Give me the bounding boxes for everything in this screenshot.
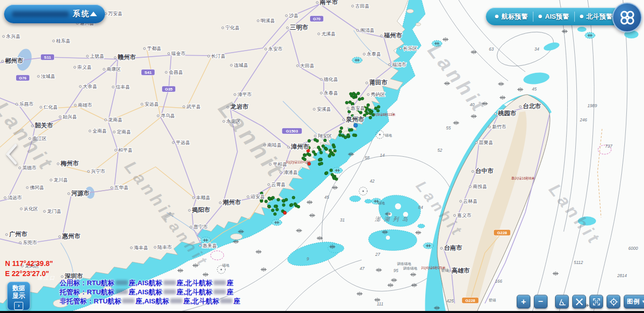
zoom-in-button[interactable]: +	[517, 295, 530, 308]
aton-marker[interactable]	[354, 94, 357, 97]
aton-marker[interactable]	[290, 203, 293, 206]
aton-marker[interactable]	[320, 151, 323, 154]
legend-button[interactable]: 图例 ▼	[624, 295, 644, 308]
road-badge-label: G228	[465, 298, 475, 303]
fullscreen-button[interactable]	[589, 295, 603, 308]
aton-marker[interactable]	[325, 171, 328, 174]
aton-marker[interactable]	[346, 133, 350, 137]
light-characteristic-label: 闪5绿8秒11米	[374, 113, 395, 117]
aton-marker[interactable]	[367, 104, 370, 107]
aton-marker[interactable]	[333, 177, 336, 180]
aton-marker[interactable]	[333, 145, 336, 148]
data-panel-line2: 显示	[8, 292, 30, 300]
aton-marker[interactable]	[308, 140, 311, 143]
city-dot-icon	[59, 116, 61, 118]
buoy-alert-button[interactable]: 航标预警	[490, 12, 533, 22]
aton-marker[interactable]	[374, 107, 377, 110]
aton-marker[interactable]	[276, 208, 279, 211]
aton-marker[interactable]	[366, 107, 369, 110]
aton-marker[interactable]	[332, 153, 335, 156]
aton-marker[interactable]	[369, 116, 372, 119]
city-dot-icon	[363, 53, 365, 55]
beidou-alert-button[interactable]: 北斗预警	[574, 12, 618, 22]
nautical-chart-map[interactable]: ☆ G70S11G76S41G35G1503G228G228 南平市古田县沙县明…	[0, 0, 644, 313]
aton-marker[interactable]	[271, 209, 274, 212]
aton-marker[interactable]	[267, 205, 270, 208]
measure-angle-button[interactable]	[555, 295, 569, 308]
aton-marker[interactable]	[344, 136, 347, 139]
pan-left-button[interactable]	[4, 143, 18, 168]
city-dot-icon	[61, 276, 63, 278]
city-dot-icon	[286, 27, 288, 29]
measure-tools-button[interactable]	[572, 295, 586, 308]
aton-marker[interactable]	[369, 112, 372, 115]
place-label: 闽清县	[360, 27, 375, 33]
aton-marker[interactable]	[274, 205, 277, 208]
aton-marker[interactable]	[339, 130, 342, 133]
aton-marker[interactable]	[282, 199, 285, 202]
place-label: 大田县	[300, 63, 315, 68]
aton-marker[interactable]	[345, 101, 349, 104]
city-dot-icon	[320, 78, 322, 80]
aton-marker[interactable]	[277, 198, 280, 201]
crossed-tools-icon	[575, 297, 584, 306]
place-label: 会昌县	[169, 69, 183, 75]
aton-marker[interactable]	[268, 197, 271, 200]
system-menu-button[interactable]: 系统	[4, 5, 105, 23]
aton-marker[interactable]	[324, 139, 327, 142]
aton-marker[interactable]	[285, 198, 288, 201]
aton-marker[interactable]	[338, 133, 341, 137]
data-display-panel-button[interactable]: 数据 显示 ›	[7, 282, 30, 310]
ais-alert-button[interactable]: AIS预警	[533, 12, 574, 22]
depth-number: 58	[365, 155, 370, 160]
aton-marker[interactable]	[376, 109, 379, 112]
aton-marker[interactable]	[320, 162, 323, 165]
aton-marker[interactable]	[312, 150, 315, 153]
light-characteristic-label: 闪(2)绿110+2秒	[286, 160, 311, 164]
alarm-marker[interactable]	[283, 211, 286, 214]
aton-marker[interactable]	[325, 148, 328, 151]
locate-button[interactable]	[607, 295, 620, 308]
city-dot-icon	[222, 27, 224, 29]
aton-marker[interactable]	[272, 196, 275, 199]
charted-circle-dot	[363, 191, 364, 192]
aton-marker[interactable]	[353, 133, 356, 137]
aton-marker[interactable]	[361, 97, 364, 100]
aton-marker[interactable]	[273, 212, 276, 215]
collapse-caret-icon[interactable]	[90, 12, 97, 16]
app-menu-button[interactable]	[612, 3, 642, 32]
aton-marker[interactable]	[265, 200, 268, 203]
aton-marker[interactable]	[304, 154, 307, 157]
aton-marker[interactable]	[330, 169, 333, 172]
aton-marker[interactable]	[357, 92, 360, 95]
legend-label: 图例	[627, 297, 640, 306]
aton-marker[interactable]	[282, 203, 285, 206]
aton-marker[interactable]	[368, 109, 371, 112]
aton-marker[interactable]	[333, 149, 336, 152]
aton-marker[interactable]	[350, 93, 353, 96]
aton-marker[interactable]	[318, 148, 321, 151]
aton-marker[interactable]	[297, 205, 300, 208]
cursor-coordinates: N 117°42'39.8" E 22°23'27.0"	[5, 258, 53, 279]
stat-text: 座,北斗航标	[183, 297, 219, 305]
place-label: 海丰县	[134, 245, 148, 250]
aton-marker[interactable]	[377, 105, 380, 108]
aton-marker[interactable]	[340, 126, 343, 129]
expand-arrow-icon[interactable]: ›	[14, 302, 23, 310]
aton-marker[interactable]	[292, 196, 295, 199]
aton-marker[interactable]	[329, 149, 332, 152]
aton-marker[interactable]	[349, 101, 352, 104]
city-dot-icon	[188, 209, 190, 211]
aton-marker[interactable]	[308, 154, 311, 157]
aton-marker[interactable]	[319, 158, 322, 161]
zoom-out-button[interactable]: −	[534, 295, 548, 308]
aton-marker[interactable]	[316, 140, 319, 143]
vessel-marker[interactable]	[354, 123, 358, 127]
aton-marker[interactable]	[358, 98, 361, 101]
aton-marker[interactable]	[348, 128, 351, 131]
city-dot-icon	[19, 242, 21, 244]
coord-lng: E 22°23'27.0"	[5, 269, 53, 279]
aton-marker[interactable]	[322, 145, 325, 148]
aton-marker[interactable]	[293, 203, 296, 206]
city-dot-icon	[265, 48, 267, 50]
